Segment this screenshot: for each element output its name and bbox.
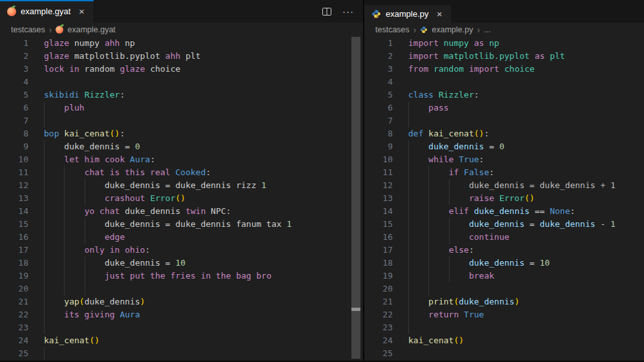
code-line[interactable]: 14 elif duke_dennis == None:: [364, 205, 644, 218]
code-lines: 1import numpy as np2import matplotlib.py…: [364, 37, 644, 360]
code-line[interactable]: 25: [0, 347, 363, 360]
code-line[interactable]: 1import numpy as np: [364, 37, 644, 50]
code-line[interactable]: 10 while True:: [364, 153, 644, 166]
line-number: 24: [0, 334, 28, 347]
breadcrumb-item-testcases[interactable]: testcases: [11, 25, 45, 34]
code-text: continue: [408, 231, 644, 244]
code-line[interactable]: 15 duke_dennis = duke_dennis - 1: [364, 218, 644, 231]
code-line[interactable]: 19 break: [364, 270, 644, 282]
code-line[interactable]: 21 print(duke_dennis): [364, 295, 644, 308]
close-icon[interactable]: ×: [76, 6, 87, 17]
code-line[interactable]: 7: [364, 114, 644, 127]
code-text: lock in random glaze choice: [44, 63, 363, 76]
code-text: yo chat duke_dennis twin NPC:: [44, 205, 363, 218]
code-line[interactable]: 17 else:: [364, 244, 644, 257]
code-text: break: [408, 270, 644, 282]
code-line[interactable]: 2glaze matplotlib.pyplot ahh plt: [0, 50, 363, 63]
code-text: pass: [408, 101, 644, 114]
code-line[interactable]: 2import matplotlib.pyplot as plt: [364, 50, 644, 63]
code-text: raise Error(): [408, 192, 644, 205]
code-line[interactable]: 16 edge: [0, 231, 363, 244]
code-line[interactable]: 1glaze numpy ahh np: [0, 37, 363, 50]
code-line[interactable]: 25: [364, 347, 644, 360]
code-line[interactable]: 4: [364, 76, 644, 89]
code-line[interactable]: 9 duke_dennis = 0: [0, 140, 363, 153]
code-line[interactable]: 14 yo chat duke_dennis twin NPC:: [0, 205, 363, 218]
tab-example-gyat[interactable]: example.gyat ×: [0, 0, 94, 23]
indent-guide: [44, 347, 45, 360]
code-line[interactable]: 20: [0, 282, 363, 295]
code-text: def kai_cenat():: [408, 127, 644, 140]
line-number: 11: [364, 166, 393, 179]
code-line[interactable]: 13 crashout Error(): [0, 192, 363, 205]
code-line[interactable]: 3lock in random glaze choice: [0, 63, 363, 76]
code-line[interactable]: 13 raise Error(): [364, 192, 644, 205]
code-lines: 1glaze numpy ahh np2glaze matplotlib.pyp…: [0, 37, 363, 360]
code-text: [408, 347, 644, 360]
line-number: 12: [0, 179, 28, 192]
scrollbar-marker: [351, 308, 360, 311]
code-line[interactable]: 9 duke_dennis = 0: [364, 140, 644, 153]
code-text: return True: [408, 308, 644, 321]
line-number: 19: [0, 270, 28, 282]
indent-guide: [64, 282, 65, 295]
breadcrumb-item-file[interactable]: example.gyat: [67, 25, 115, 34]
line-number: 5: [0, 89, 28, 101]
line-number: 7: [0, 114, 28, 127]
python-icon: [371, 9, 381, 19]
vertical-scrollbar[interactable]: [351, 37, 360, 359]
breadcrumb-item-testcases[interactable]: testcases: [375, 25, 410, 34]
code-line[interactable]: 11 chat is this real Cooked:: [0, 166, 363, 179]
line-number: 1: [364, 37, 393, 50]
code-line[interactable]: 24kai_cenat(): [0, 334, 363, 347]
line-number: 1: [0, 37, 28, 50]
line-number: 10: [364, 153, 393, 166]
code-line[interactable]: 19 just put the fries in the bag bro: [0, 270, 363, 282]
code-line[interactable]: 12 duke_dennis = duke_dennis rizz 1: [0, 179, 363, 192]
split-editor-icon[interactable]: [322, 6, 332, 17]
code-line[interactable]: 17 only in ohio:: [0, 244, 363, 257]
code-line[interactable]: 20: [364, 282, 644, 295]
line-number: 9: [0, 140, 28, 153]
code-line[interactable]: 12 duke_dennis = duke_dennis + 1: [364, 179, 644, 192]
code-line[interactable]: 23: [0, 321, 363, 334]
code-line[interactable]: 6 pass: [364, 101, 644, 114]
code-line[interactable]: 8def kai_cenat():: [364, 127, 644, 140]
code-line[interactable]: 4: [0, 76, 363, 89]
code-text: from random import choice: [408, 63, 644, 76]
code-line[interactable]: 6 pluh: [0, 101, 363, 114]
tab-example-py[interactable]: example.py ×: [364, 5, 452, 23]
code-text: chat is this real Cooked:: [44, 166, 363, 179]
breadcrumb-item-file[interactable]: example.py: [431, 25, 473, 34]
code-line[interactable]: 22 its giving Aura: [0, 308, 363, 321]
code-line[interactable]: 5skibidi Rizzler:: [0, 89, 363, 101]
code-line[interactable]: 7: [0, 114, 363, 127]
code-text: duke_dennis = 10: [408, 257, 644, 270]
code-text: [44, 321, 363, 334]
code-line[interactable]: 5class Rizzler:: [364, 89, 644, 101]
code-text: [44, 114, 363, 127]
code-line[interactable]: 21 yap(duke_dennis): [0, 295, 363, 308]
code-editor-py[interactable]: 1import numpy as np2import matplotlib.py…: [364, 37, 644, 362]
code-line[interactable]: 18 duke_dennis = 10: [0, 257, 363, 270]
code-line[interactable]: 22 return True: [364, 308, 644, 321]
code-line[interactable]: 16 continue: [364, 231, 644, 244]
indent-guide: [85, 282, 85, 295]
breadcrumb-item-ellipsis[interactable]: ...: [484, 25, 490, 34]
code-text: glaze matplotlib.pyplot ahh plt: [44, 50, 363, 63]
more-actions-icon[interactable]: ···: [342, 8, 354, 15]
code-line[interactable]: 8bop kai_cenat():: [0, 127, 363, 140]
code-line[interactable]: 10 let him cook Aura:: [0, 153, 363, 166]
line-number: 4: [364, 76, 393, 89]
line-number: 13: [0, 192, 28, 205]
code-line[interactable]: 23: [364, 321, 644, 334]
code-line[interactable]: 3from random import choice: [364, 63, 644, 76]
close-icon[interactable]: ×: [434, 9, 444, 19]
code-editor-gyat[interactable]: 1glaze numpy ahh np2glaze matplotlib.pyp…: [0, 37, 363, 362]
line-number: 15: [364, 218, 393, 231]
code-line[interactable]: 11 if False:: [364, 166, 644, 179]
code-text: kai_cenat(): [408, 334, 644, 347]
code-line[interactable]: 24kai_cenat(): [364, 334, 644, 347]
code-line[interactable]: 18 duke_dennis = 10: [364, 257, 644, 270]
code-line[interactable]: 15 duke_dennis = duke_dennis fanum tax 1: [0, 218, 363, 231]
